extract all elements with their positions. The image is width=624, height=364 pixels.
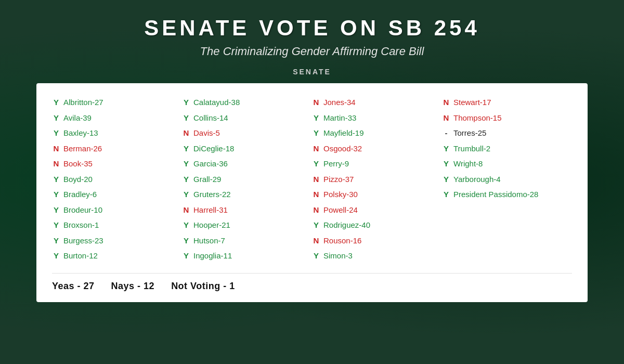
vote-row: YTrumbull-2 [442,142,572,155]
vote-indicator: N [312,234,320,248]
vote-indicator: Y [182,188,190,201]
vote-name: Trumbull-2 [453,142,490,155]
vote-name: Ingoglia-11 [193,249,232,263]
vote-row: NBook-35 [52,157,182,171]
vote-indicator: Y [312,249,320,263]
nays-count: Nays - 12 [111,281,155,292]
vote-name: Book-35 [63,157,93,171]
vote-row: YMayfield-19 [312,126,442,140]
vote-row: NJones-34 [312,96,442,109]
vote-indicator: N [52,157,60,171]
vote-indicator: N [312,96,320,109]
vote-row: YAvila-39 [52,111,182,125]
vote-indicator: Y [52,188,60,201]
vote-name: Baxley-13 [63,126,98,140]
vote-name: Rouson-16 [323,234,361,248]
vote-indicator: Y [52,203,60,217]
page-subtitle: The Criminalizing Gender Affirming Care … [200,45,424,58]
vote-name: Albritton-27 [63,96,103,109]
vote-card: YAlbritton-27YAvila-39YBaxley-13NBerman-… [36,83,588,302]
vote-column-2: NJones-34YMartin-33YMayfield-19NOsgood-3… [312,96,442,263]
vote-indicator: N [442,111,450,125]
vote-name: Hutson-7 [193,234,225,248]
vote-indicator: N [182,203,190,217]
vote-row: YPerry-9 [312,157,442,171]
vote-indicator: N [312,173,320,186]
vote-summary: Yeas - 27 Nays - 12 Not Voting - 1 [52,273,572,292]
page-title: SENATE VOTE ON SB 254 [144,16,480,41]
vote-indicator: N [52,142,60,155]
yeas-count: Yeas - 27 [52,281,95,292]
vote-row: YCalatayud-38 [182,96,312,109]
vote-name: DiCeglie-18 [193,142,234,155]
vote-row: YBoyd-20 [52,173,182,186]
vote-row: NPowell-24 [312,203,442,217]
vote-column-0: YAlbritton-27YAvila-39YBaxley-13NBerman-… [52,96,182,263]
vote-row: YWright-8 [442,157,572,171]
vote-row: YYarborough-4 [442,173,572,186]
vote-indicator: Y [442,188,450,201]
vote-name: Brodeur-10 [63,203,102,217]
vote-row: NBerman-26 [52,142,182,155]
vote-indicator: Y [52,96,60,109]
vote-name: Jones-34 [323,96,356,109]
vote-indicator: Y [182,157,190,171]
vote-indicator: Y [182,173,190,186]
vote-indicator: Y [52,218,60,232]
vote-name: Davis-5 [193,126,220,140]
vote-column-1: YCalatayud-38YCollins-14NDavis-5YDiCegli… [182,96,312,263]
vote-name: Rodriguez-40 [323,218,370,232]
vote-name: Burgess-23 [63,234,103,248]
vote-indicator: Y [182,234,190,248]
vote-name: Garcia-36 [193,157,228,171]
vote-indicator: Y [312,111,320,125]
vote-name: Boyd-20 [63,173,93,186]
vote-name: Pizzo-37 [323,173,354,186]
vote-grid: YAlbritton-27YAvila-39YBaxley-13NBerman-… [52,96,572,263]
vote-name: Perry-9 [323,157,349,171]
vote-row: YGarcia-36 [182,157,312,171]
vote-row: NRouson-16 [312,234,442,248]
vote-row: NStewart-17 [442,96,572,109]
vote-indicator: Y [442,157,450,171]
section-label: SENATE [293,68,331,76]
vote-name: Harrell-31 [193,203,228,217]
vote-name: Bradley-6 [63,188,97,201]
vote-indicator: Y [182,142,190,155]
vote-name: Berman-26 [63,142,102,155]
vote-row: YBaxley-13 [52,126,182,140]
not-voting-count: Not Voting - 1 [171,281,235,292]
vote-row: YMartin-33 [312,111,442,125]
vote-indicator: Y [52,111,60,125]
vote-row: YHutson-7 [182,234,312,248]
vote-row: YIngoglia-11 [182,249,312,263]
vote-indicator: Y [312,157,320,171]
vote-name: Torres-25 [453,126,486,140]
vote-indicator: Y [182,96,190,109]
vote-indicator: Y [182,111,190,125]
vote-name: Yarborough-4 [453,173,501,186]
vote-row: YHooper-21 [182,218,312,232]
vote-indicator: Y [182,249,190,263]
vote-indicator: N [182,126,190,140]
vote-name: Mayfield-19 [323,126,364,140]
vote-name: Polsky-30 [323,188,358,201]
vote-name: Stewart-17 [453,96,491,109]
vote-name: Gruters-22 [193,188,231,201]
vote-indicator: Y [442,173,450,186]
vote-name: Hooper-21 [193,218,230,232]
vote-indicator: Y [312,126,320,140]
vote-row: YBurgess-23 [52,234,182,248]
vote-name: Simon-3 [323,249,353,263]
vote-indicator: Y [442,142,450,155]
vote-indicator: N [312,203,320,217]
vote-row: -Torres-25 [442,126,572,140]
vote-indicator: Y [52,234,60,248]
vote-row: NHarrell-31 [182,203,312,217]
vote-name: Calatayud-38 [193,96,240,109]
vote-name: Powell-24 [323,203,358,217]
vote-name: Collins-14 [193,111,228,125]
vote-name: Avila-39 [63,111,92,125]
vote-indicator: N [312,188,320,201]
vote-row: NPolsky-30 [312,188,442,201]
